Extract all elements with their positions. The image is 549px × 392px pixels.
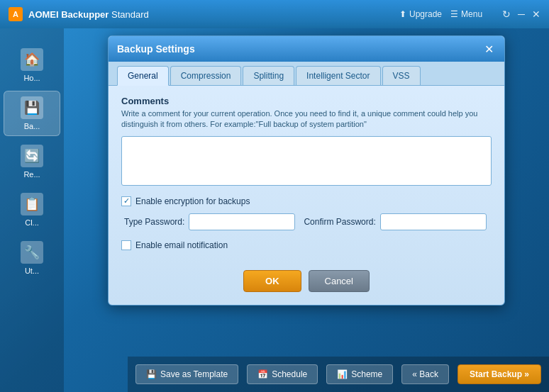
enable-email-label: Enable email notification [135,240,228,250]
enable-encryption-checkbox[interactable]: ✓ [121,196,131,206]
tab-splitting[interactable]: Splitting [243,66,294,85]
app-title: AOMEI Backupper Standard [28,9,394,20]
start-backup-button[interactable]: Start Backup » [458,364,541,384]
encryption-option-row: ✓ Enable encryption for backups [121,196,492,206]
sidebar-item-home-label: Ho... [23,74,40,82]
comments-desc: Write a comment for your current operati… [121,108,492,130]
confirm-password-group: Confirm Password: [304,213,486,230]
dialog-title: Backup Settings [117,43,195,55]
upgrade-button[interactable]: ⬆ Upgrade [399,9,442,19]
cancel-button[interactable]: Cancel [309,270,370,292]
confirm-password-label: Confirm Password: [304,217,375,227]
refresh-button[interactable]: ↻ [502,9,511,20]
save-template-icon: 💾 [146,369,157,379]
schedule-button[interactable]: 📅 Schedule [247,364,318,384]
sidebar-item-restore-label: Re... [23,170,40,179]
password-row: Type Password: Confirm Password: [121,213,492,230]
dialog-footer: OK Cancel [109,260,504,305]
sidebar-item-home[interactable]: 🏠 Ho... [4,43,60,88]
comments-textarea[interactable] [121,136,492,186]
back-button[interactable]: « Back [401,364,449,384]
tab-intelligent-sector[interactable]: Intelligent Sector [296,66,380,85]
dialog-close-button[interactable]: ✕ [482,42,496,56]
save-as-template-button[interactable]: 💾 Save as Template [135,364,238,384]
dialog-overlay: Backup Settings ✕ General Compression Sp… [64,28,549,392]
main-area: 🏠 Ho... 💾 Ba... 🔄 Re... 📋 Cl... 🔧 Ut... [0,28,549,392]
dialog-body: General Compression Splitting Intelligen… [109,62,504,305]
title-bar: A AOMEI Backupper Standard ⬆ Upgrade ☰ M… [0,0,549,28]
app-icon: A [9,7,23,21]
backup-icon: 💾 [21,96,43,119]
sidebar-item-clone-label: Cl... [25,218,39,227]
utilities-icon: 🔧 [21,241,43,264]
tab-bar: General Compression Splitting Intelligen… [109,62,504,86]
sidebar-item-backup[interactable]: 💾 Ba... [4,91,60,136]
right-panel: Backup Settings ✕ General Compression Sp… [64,28,549,392]
close-window-button[interactable]: ✕ [532,9,540,20]
scheme-icon: 📊 [337,369,348,379]
backup-settings-dialog: Backup Settings ✕ General Compression Sp… [108,35,505,306]
clone-icon: 📋 [21,193,43,215]
title-bar-controls: ⬆ Upgrade ☰ Menu ↻ ─ ✕ [399,9,540,20]
window-controls: ↻ ─ ✕ [502,9,540,20]
minimize-button[interactable]: ─ [518,9,525,20]
tab-vss[interactable]: VSS [382,66,421,85]
sidebar-item-restore[interactable]: 🔄 Re... [4,139,60,184]
sidebar-item-clone[interactable]: 📋 Cl... [4,187,60,233]
tab-compression[interactable]: Compression [170,66,242,85]
bottom-bar: 💾 Save as Template 📅 Schedule 📊 Scheme «… [128,357,549,392]
sidebar: 🏠 Ho... 💾 Ba... 🔄 Re... 📋 Cl... 🔧 Ut... [0,28,64,392]
tab-general[interactable]: General [117,66,169,86]
type-password-group: Type Password: [124,213,295,230]
confirm-password-input[interactable] [380,213,487,230]
sidebar-item-utilities-label: Ut... [25,267,39,275]
ok-button[interactable]: OK [243,270,301,292]
menu-button[interactable]: ☰ Menu [450,9,482,19]
sidebar-item-utilities[interactable]: 🔧 Ut... [4,235,60,281]
sidebar-item-backup-label: Ba... [24,122,40,130]
comments-label: Comments [121,96,492,106]
home-icon: 🏠 [21,48,43,71]
enable-encryption-label: Enable encryption for backups [135,196,250,206]
enable-email-checkbox[interactable] [121,240,131,250]
tab-content-general: Comments Write a comment for your curren… [109,86,504,260]
type-password-label: Type Password: [124,217,184,227]
type-password-input[interactable] [189,213,295,230]
email-option-row: Enable email notification [121,240,492,250]
restore-icon: 🔄 [21,145,43,167]
schedule-icon: 📅 [257,369,268,379]
dialog-title-bar: Backup Settings ✕ [109,36,504,62]
scheme-button[interactable]: 📊 Scheme [326,364,393,384]
